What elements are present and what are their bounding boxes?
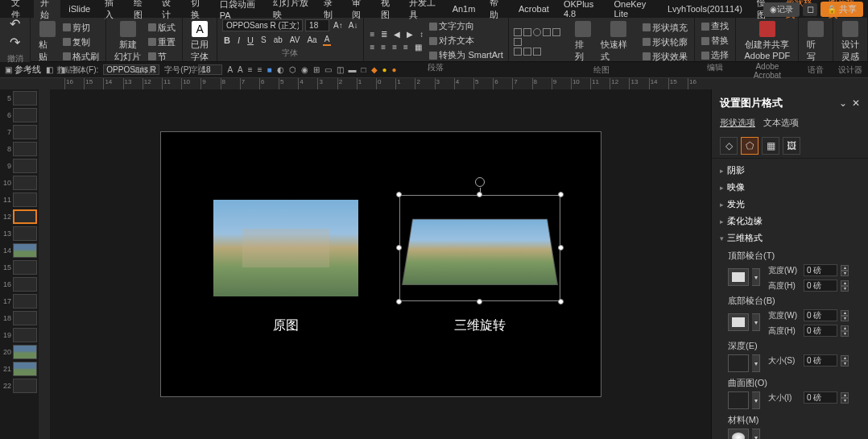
- thumbnail-10[interactable]: 10: [2, 176, 37, 190]
- top-bevel-width-input[interactable]: [804, 264, 837, 276]
- format-painter-button[interactable]: 格式刷: [61, 50, 101, 64]
- align-text-button[interactable]: 对齐文本: [428, 34, 504, 48]
- shape-fill-button[interactable]: 形状填充: [641, 21, 689, 35]
- spin-up[interactable]: ▴: [841, 265, 849, 271]
- numbering-icon[interactable]: ≣: [379, 29, 389, 39]
- thumbnail-17[interactable]: 17: [2, 294, 37, 309]
- columns-icon[interactable]: ▦: [413, 42, 424, 52]
- shape-effects-button[interactable]: 形状效果: [641, 50, 689, 64]
- bottom-bevel-swatch[interactable]: [728, 313, 749, 331]
- effects-icon[interactable]: ⬠: [741, 137, 758, 155]
- bottom-bevel-dropdown[interactable]: ▾: [752, 313, 760, 331]
- cut-button[interactable]: 剪切: [61, 21, 101, 35]
- align-left-icon[interactable]: ≡: [369, 42, 377, 52]
- section-3dformat[interactable]: 三维格式: [712, 230, 868, 246]
- material-dropdown[interactable]: ▾: [752, 429, 760, 439]
- resize-handle-tr[interactable]: [558, 192, 564, 197]
- rotated-image-selection[interactable]: [399, 195, 560, 301]
- thumbnail-9[interactable]: 9: [2, 159, 37, 173]
- layout-button[interactable]: 版式: [147, 21, 177, 35]
- resize-handle-bl[interactable]: [396, 299, 402, 304]
- shape-gallery[interactable]: [514, 28, 569, 46]
- thumbnail-19[interactable]: 19: [2, 328, 37, 342]
- slide-thumbnails[interactable]: 5678910111213141516171819202122: [0, 89, 39, 439]
- font-color-icon[interactable]: A: [323, 34, 332, 46]
- tab-islide[interactable]: iSlide: [62, 2, 97, 16]
- new-slide-button[interactable]: 新建 幻灯片: [111, 19, 144, 64]
- linespace-icon[interactable]: ↕: [418, 29, 425, 39]
- section-reflect[interactable]: 映像: [712, 179, 868, 196]
- top-bevel-swatch[interactable]: [728, 268, 749, 286]
- select-button[interactable]: 选择: [700, 48, 730, 62]
- horizontal-ruler[interactable]: 1615141312111098765432101234567891011121…: [0, 78, 868, 89]
- picture-icon[interactable]: 🖼: [783, 137, 800, 155]
- indent-dec-icon[interactable]: ◀: [392, 29, 402, 39]
- spin-up[interactable]: ▴: [841, 355, 849, 361]
- resize-handle-ml[interactable]: [396, 245, 402, 251]
- section-button[interactable]: 节: [147, 50, 177, 64]
- adobe-pdf-button[interactable]: 创建并共享 Adobe PDF: [741, 19, 793, 62]
- panel-tab-text[interactable]: 文本选项: [763, 117, 799, 129]
- share-button[interactable]: 🔒 共享: [820, 2, 863, 17]
- italic-icon[interactable]: I: [236, 35, 242, 46]
- font-size-select[interactable]: [305, 19, 329, 31]
- spin-down[interactable]: ▾: [841, 271, 849, 276]
- align-center-icon[interactable]: ≡: [379, 42, 387, 52]
- bottom-bevel-width-input[interactable]: [804, 309, 837, 321]
- resize-handle-tl[interactable]: [396, 192, 402, 197]
- thumbnail-8[interactable]: 8: [2, 142, 37, 156]
- resize-handle-bm[interactable]: [477, 299, 482, 304]
- text-direction-button[interactable]: 文字方向: [428, 19, 504, 33]
- thumbnail-7[interactable]: 7: [2, 125, 37, 139]
- qb-align-icon[interactable]: ≡: [258, 65, 262, 74]
- slide-canvas[interactable]: 原图 三维旋转: [50, 89, 711, 439]
- qb-bullets-icon[interactable]: ≡: [248, 65, 253, 74]
- qb-dec-icon[interactable]: A: [238, 65, 243, 74]
- spin-up[interactable]: ▴: [841, 310, 849, 316]
- spin-up[interactable]: ▴: [841, 392, 849, 398]
- font-family-select[interactable]: [222, 19, 303, 31]
- vertical-ruler[interactable]: [39, 89, 50, 439]
- shadow-text-icon[interactable]: ab: [272, 35, 284, 45]
- underline-icon[interactable]: U: [246, 35, 255, 46]
- section-soft[interactable]: 柔化边缘: [712, 213, 868, 230]
- section-shadow[interactable]: 阴影: [712, 162, 868, 179]
- thumbnail-22[interactable]: 22: [2, 379, 37, 393]
- redo-icon[interactable]: ↷: [10, 35, 20, 50]
- thumbnail-21[interactable]: 21: [2, 362, 37, 376]
- resize-handle-mr[interactable]: [558, 245, 564, 251]
- align-right-icon[interactable]: ≡: [391, 42, 399, 52]
- justify-icon[interactable]: ≡: [402, 42, 410, 52]
- qb-tool-icon[interactable]: ◐: [277, 65, 284, 74]
- qb-tool8-icon[interactable]: □: [362, 65, 366, 74]
- thumbnail-18[interactable]: 18: [2, 311, 37, 325]
- thumbnail-15[interactable]: 15: [2, 260, 37, 275]
- contour-size-input[interactable]: [804, 391, 837, 404]
- qb-inc-icon[interactable]: A: [227, 65, 233, 74]
- thumbnail-20[interactable]: 20: [2, 345, 37, 359]
- tab-acrobat[interactable]: Acrobat: [512, 2, 556, 16]
- thumbnail-11[interactable]: 11: [2, 193, 37, 207]
- qb-tool7-icon[interactable]: ▬: [349, 65, 357, 74]
- panel-tab-shape[interactable]: 形状选项: [720, 117, 755, 129]
- contour-color-dropdown[interactable]: ▾: [752, 391, 760, 409]
- decrease-font-icon[interactable]: A↓: [347, 20, 360, 31]
- qb-tool3-icon[interactable]: ◉: [301, 65, 308, 74]
- thumbnail-5[interactable]: 5: [2, 91, 37, 106]
- thumbnail-16[interactable]: 16: [2, 277, 37, 292]
- thumbnail-6[interactable]: 6: [2, 108, 37, 122]
- spin-up[interactable]: ▴: [841, 280, 849, 286]
- copy-button[interactable]: 复制: [61, 35, 101, 49]
- design-ideas-button[interactable]: 设计 灵感: [838, 19, 862, 64]
- qb-tool6-icon[interactable]: ◫: [337, 65, 344, 74]
- spin-down[interactable]: ▾: [841, 331, 849, 337]
- depth-color-swatch[interactable]: [728, 354, 749, 372]
- find-button[interactable]: 查找: [700, 19, 730, 33]
- paste-button[interactable]: 粘贴: [35, 19, 59, 64]
- arrange-button[interactable]: 排列: [572, 19, 596, 64]
- tab-an1m[interactable]: An1m: [446, 2, 482, 16]
- spin-down[interactable]: ▾: [841, 316, 849, 321]
- tab-lvyh[interactable]: LvyhTools(201114): [661, 2, 749, 16]
- top-bevel-dropdown[interactable]: ▾: [752, 268, 760, 286]
- reset-slide-button[interactable]: 重置: [147, 35, 177, 49]
